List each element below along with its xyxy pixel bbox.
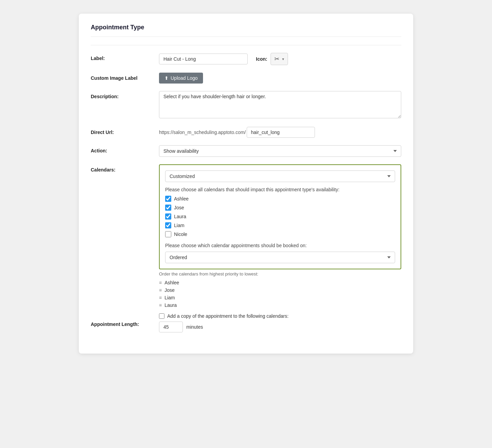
copy-calendar-checkbox[interactable]: [159, 313, 164, 319]
action-label: Action:: [91, 145, 159, 153]
calendars-label: Calendars:: [91, 164, 159, 173]
list-item-jose-label: Jose: [164, 287, 175, 293]
checkbox-nicole-label: Nicole: [174, 232, 187, 237]
appointment-length-row: Appointment Length: minutes: [91, 319, 401, 332]
direct-url-row: Direct Url: https://salon_m_scheduling.a…: [91, 127, 401, 138]
appointment-type-card: Appointment Type Label: Icon: ✂ ▾ Custom…: [79, 14, 413, 354]
booking-instruction: Please choose which calendar appointment…: [165, 243, 395, 248]
list-item: ≡ Laura: [159, 302, 401, 308]
icon-dropdown[interactable]: ✂ ▾: [271, 53, 288, 65]
checkbox-jose[interactable]: [165, 205, 171, 211]
checkbox-jose-label: Jose: [174, 205, 184, 210]
list-item: ≡ Jose: [159, 287, 401, 293]
calendars-row: Calendars: Customized All None Please ch…: [91, 164, 401, 319]
custom-image-label: Custom Image Label: [91, 73, 159, 81]
custom-image-row: Custom Image Label ⬆ Upload Logo: [91, 73, 401, 84]
availability-instruction: Please choose all calendars that should …: [165, 187, 395, 192]
action-select[interactable]: Show availability Redirect Custom: [159, 145, 401, 157]
checkbox-laura[interactable]: [165, 213, 171, 220]
checkbox-liam[interactable]: [165, 222, 171, 228]
list-item: ≡ Liam: [159, 295, 401, 300]
drag-icon-ashlee: ≡: [159, 280, 162, 285]
list-item-laura-label: Laura: [164, 302, 177, 308]
checkbox-liam-label: Liam: [174, 223, 184, 228]
description-textarea[interactable]: Select if you have shoulder-length hair …: [159, 91, 401, 118]
checkbox-ashlee-label: Ashlee: [174, 196, 189, 201]
label-input[interactable]: [159, 54, 248, 64]
upload-icon: ⬆: [164, 75, 169, 81]
drag-icon-jose: ≡: [159, 287, 162, 293]
action-row: Action: Show availability Redirect Custo…: [91, 145, 401, 157]
appointment-length-input[interactable]: [159, 322, 183, 332]
calendar-checkbox-jose: Jose: [165, 205, 395, 211]
list-item: ≡ Ashlee: [159, 280, 401, 285]
upload-logo-label: Upload Logo: [171, 75, 198, 81]
checkbox-laura-label: Laura: [174, 214, 186, 219]
icon-field-label: Icon:: [256, 56, 267, 62]
scissors-icon: ✂: [274, 55, 279, 63]
calendars-select[interactable]: Customized All None: [165, 170, 395, 182]
list-item-ashlee-label: Ashlee: [164, 280, 179, 285]
direct-url-label: Direct Url:: [91, 127, 159, 135]
description-label: Description:: [91, 91, 159, 99]
calendar-checkbox-laura: Laura: [165, 213, 395, 220]
label-field-label: Label:: [91, 53, 159, 61]
url-base-text: https://salon_m_scheduling.apptoto.com/: [159, 130, 247, 135]
checkbox-nicole[interactable]: [165, 231, 171, 237]
booking-select[interactable]: Ordered Random First Available: [165, 252, 395, 263]
calendar-checkbox-nicole: Nicole: [165, 231, 395, 237]
checkbox-ashlee[interactable]: [165, 196, 171, 202]
length-unit: minutes: [186, 324, 203, 330]
calendars-section: Customized All None Please choose all ca…: [159, 164, 401, 269]
upload-logo-button[interactable]: ⬆ Upload Logo: [159, 73, 203, 84]
calendar-checkbox-liam: Liam: [165, 222, 395, 228]
order-note: Order the calendars from highest priorit…: [159, 271, 401, 277]
drag-icon-liam: ≡: [159, 295, 162, 300]
url-slug-input[interactable]: [247, 127, 315, 138]
chevron-down-icon: ▾: [282, 57, 284, 61]
ordered-calendar-list: ≡ Ashlee ≡ Jose ≡ Liam ≡ Laura: [159, 280, 401, 308]
appointment-length-label: Appointment Length:: [91, 319, 159, 327]
calendar-checkbox-ashlee: Ashlee: [165, 196, 395, 202]
drag-icon-laura: ≡: [159, 302, 162, 308]
list-item-liam-label: Liam: [164, 295, 175, 300]
copy-label: Add a copy of the appointment to the fol…: [167, 313, 289, 319]
label-row: Label: Icon: ✂ ▾: [91, 53, 401, 65]
description-row: Description: Select if you have shoulder…: [91, 91, 401, 119]
card-title: Appointment Type: [91, 24, 401, 37]
copy-checkbox-row: Add a copy of the appointment to the fol…: [159, 313, 401, 319]
